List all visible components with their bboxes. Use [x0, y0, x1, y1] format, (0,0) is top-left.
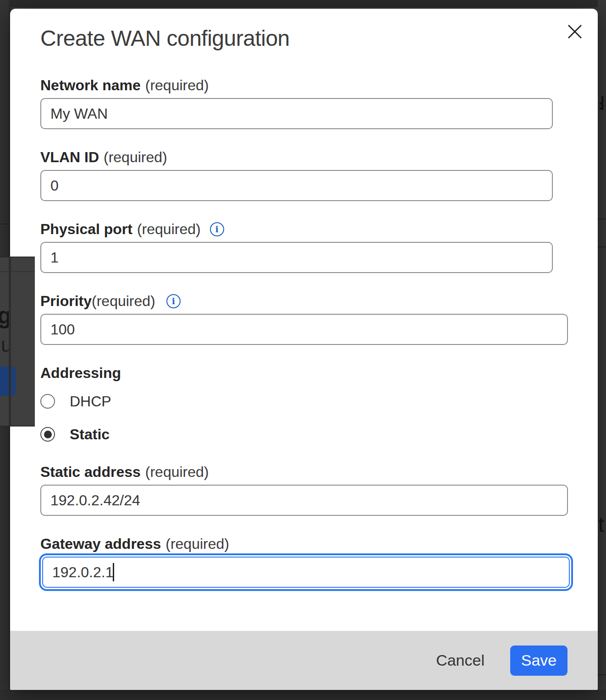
save-button[interactable]: Save	[510, 645, 567, 676]
cancel-button[interactable]: Cancel	[434, 648, 486, 673]
required-hint: (required)	[92, 293, 155, 309]
info-icon[interactable]: i	[166, 294, 181, 308]
priority-label-row: Priority (required) i	[40, 293, 598, 309]
background-text-fragment: t	[598, 512, 604, 537]
background-button-fragment	[0, 366, 16, 396]
physical-port-input[interactable]	[40, 242, 553, 273]
text-cursor	[113, 563, 114, 581]
overlay-top-band	[0, 0, 606, 7]
fragment-seam	[9, 257, 11, 427]
addressing-option-static[interactable]: Static	[40, 426, 598, 443]
radio-label-dhcp: DHCP	[70, 393, 111, 410]
radio-button-selected[interactable]	[40, 427, 55, 442]
network-name-input[interactable]	[40, 98, 553, 129]
background-table-line	[598, 219, 606, 219]
fragment-edge	[0, 257, 35, 257]
priority-input[interactable]	[40, 314, 568, 345]
dialog-footer: Cancel Save	[10, 631, 598, 690]
static-address-label-row: Static address (required)	[40, 464, 598, 480]
vlan-id-label-row: VLAN ID (required)	[40, 149, 598, 165]
background-table-line	[0, 224, 11, 224]
physical-port-label: Physical port	[40, 221, 132, 237]
physical-port-label-row: Physical port (required) i	[40, 221, 598, 237]
network-name-label-row: Network name (required)	[40, 77, 598, 93]
dialog-body: Create WAN configuration Network name (r…	[10, 9, 598, 588]
background-table-line	[598, 674, 606, 675]
static-address-label: Static address	[40, 464, 141, 480]
radio-dot	[44, 431, 52, 438]
close-button[interactable]	[564, 21, 586, 43]
required-hint: (required)	[145, 77, 209, 93]
required-hint: (required)	[137, 221, 201, 237]
vlan-id-input[interactable]	[40, 170, 553, 201]
gateway-address-field	[42, 557, 570, 588]
gateway-address-label-row: Gateway address (required)	[40, 536, 598, 552]
gateway-address-label: Gateway address	[40, 536, 161, 552]
vlan-id-label: VLAN ID	[40, 149, 99, 165]
close-icon	[567, 24, 583, 39]
fragment-edge	[0, 426, 35, 427]
overlay-bottom-band	[0, 690, 606, 700]
fragment-line	[0, 271, 35, 272]
required-hint: (required)	[104, 149, 167, 165]
required-hint: (required)	[145, 464, 209, 480]
info-icon[interactable]: i	[210, 222, 224, 236]
gateway-address-input[interactable]	[42, 557, 570, 588]
required-hint: (required)	[165, 536, 229, 552]
background-text-fragment	[601, 96, 603, 110]
network-name-label: Network name	[40, 77, 141, 93]
addressing-heading: Addressing	[40, 365, 598, 381]
addressing-option-dhcp[interactable]: DHCP	[40, 393, 598, 410]
static-address-input[interactable]	[40, 485, 568, 516]
dialog-title: Create WAN configuration	[40, 27, 598, 50]
radio-button-unselected[interactable]	[40, 394, 55, 409]
priority-label: Priority	[40, 293, 92, 309]
background-table-line	[598, 246, 606, 247]
create-wan-configuration-dialog: Create WAN configuration Network name (r…	[10, 9, 598, 690]
background-dialog-fragment: g u	[0, 257, 35, 427]
radio-label-static: Static	[70, 426, 110, 443]
